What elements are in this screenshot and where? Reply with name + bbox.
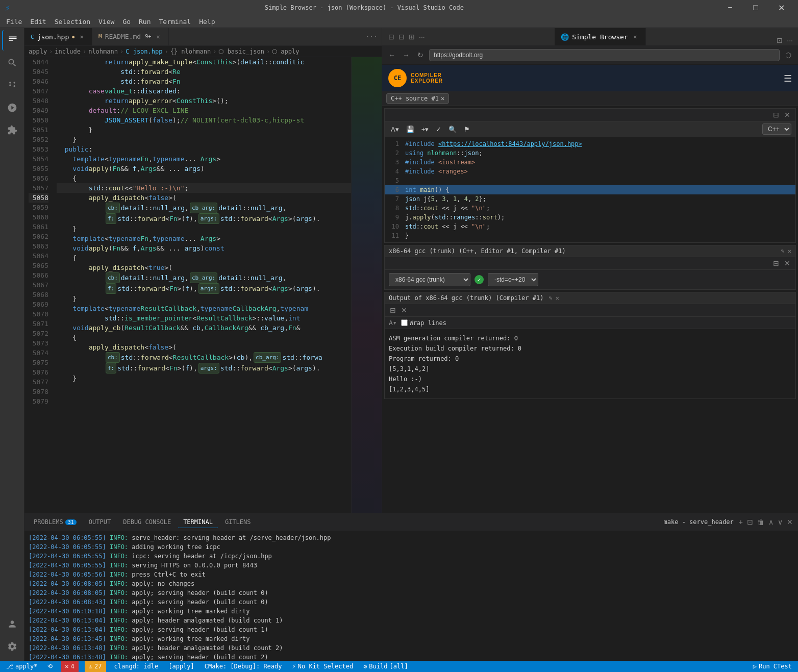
code-line: return apply_make_tuple<ConstThis>(detai… (57, 57, 351, 67)
menu-terminal[interactable]: Terminal (155, 17, 195, 27)
terminal-tab-problems[interactable]: PROBLEMS31 (29, 516, 82, 528)
menu-selection[interactable]: Selection (51, 17, 94, 27)
browser-panel-right-btn[interactable]: ⊟ (397, 32, 406, 42)
status-run-ctest[interactable]: ▷ Run CTest (751, 663, 794, 670)
ce-font-btn[interactable]: A▾ (389, 125, 401, 134)
title-bar-left: ⚡ (5, 3, 10, 13)
ce-wrap-lines-checkbox[interactable] (401, 319, 408, 326)
ce-std-select[interactable]: -std=c++20 (488, 273, 538, 286)
breadcrumb-nlohmann[interactable]: nlohmann (88, 48, 118, 55)
browser-forward-button[interactable]: → (401, 49, 412, 61)
ce-source-tab-close[interactable]: ✕ (441, 95, 444, 102)
terminal-up-btn[interactable]: ∧ (767, 517, 775, 527)
tab-json-hpp[interactable]: C json.hpp ● ✕ (24, 28, 92, 45)
ce-search-btn[interactable]: 🔍 (446, 125, 459, 134)
browser-tab-simple[interactable]: 🌐 Simple Browser ✕ (555, 28, 646, 45)
browser-panel-split-btn[interactable]: ⊡ (776, 35, 784, 45)
url-input[interactable] (429, 49, 780, 61)
window-controls: − □ ✕ (718, 0, 793, 15)
build-all-label: [all] (389, 663, 408, 670)
breadcrumb-basic-json[interactable]: ⬡ basic_json (218, 48, 264, 55)
status-sync[interactable]: ⟲ (45, 663, 55, 670)
terminal-tab-gitlens[interactable]: GITLENS (220, 516, 256, 528)
ce-share-btn[interactable]: ⚑ (462, 125, 472, 134)
terminal-trash-btn[interactable]: 🗑 (756, 517, 765, 527)
browser-tab-bar: ⊟ ⊟ ⊞ ··· 🌐 Simple Browser ✕ ⊡ ··· (382, 28, 798, 46)
activity-account[interactable] (2, 614, 22, 634)
ce-compiler-name-select[interactable]: x86-64 gcc (trunk) (389, 273, 470, 286)
breadcrumb-jsonhpp[interactable]: C json.hpp (126, 48, 162, 55)
tab-readme[interactable]: M README.md 9+ ✕ (92, 28, 169, 45)
ce-include-link[interactable]: <https://localhost:8443/apply/json.hpp> (438, 140, 582, 147)
editor-tab-bar: C json.hpp ● ✕ M README.md 9+ ✕ ··· (24, 28, 382, 46)
menu-run[interactable]: Run (135, 17, 155, 27)
status-branch[interactable]: ⎇ apply* (4, 663, 39, 670)
browser-tab-close[interactable]: ✕ (631, 33, 639, 41)
activity-debug[interactable] (2, 97, 22, 118)
status-build[interactable]: ⚙ Build [all] (361, 663, 410, 670)
ce-compiler-close-btn[interactable]: ✕ (788, 247, 791, 255)
status-errors[interactable]: ✕ 4 (61, 661, 78, 672)
minimize-button[interactable]: − (718, 0, 742, 15)
ce-editor-close-btn[interactable]: ✕ (783, 110, 791, 120)
browser-panel-more-btn[interactable]: ··· (418, 32, 426, 42)
maximize-button[interactable]: □ (744, 0, 767, 15)
terminal-content[interactable]: [2022-04-30 06:05:55] INFO: serve_header… (24, 531, 798, 661)
ce-output-expand-btn[interactable]: ⊟ (389, 305, 397, 315)
terminal-add-btn[interactable]: + (738, 517, 744, 527)
menu-file[interactable]: File (2, 17, 26, 27)
ce-hamburger-icon[interactable]: ☰ (784, 73, 792, 84)
ce-output-close-icon-btn[interactable]: ✕ (400, 305, 408, 315)
ce-output-edit-icon[interactable]: ✎ (548, 294, 552, 302)
browser-panel-grid-btn[interactable]: ⊞ (408, 32, 416, 42)
status-kit[interactable]: ⚡ No Kit Selected (290, 663, 356, 670)
breadcrumb-ns[interactable]: {} nlohmann (170, 48, 211, 55)
ce-output-font-btn[interactable]: A▾ (389, 319, 397, 327)
ce-compiler-edit-icon[interactable]: ✎ (781, 247, 785, 255)
browser-panel-menu-btn[interactable]: ··· (786, 35, 794, 45)
browser-tab-label: Simple Browser (572, 33, 628, 41)
ce-output-close-btn[interactable]: ✕ (556, 294, 559, 302)
ce-code-area[interactable]: 1 #include <https://localhost:8443/apply… (385, 137, 795, 242)
tab-close-readme[interactable]: ✕ (154, 33, 162, 41)
activity-extensions[interactable] (2, 120, 22, 140)
browser-refresh-button[interactable]: ↻ (415, 49, 426, 61)
ce-save-btn[interactable]: 💾 (404, 125, 416, 134)
ce-check-btn[interactable]: ✓ (434, 125, 443, 134)
close-button[interactable]: ✕ (769, 0, 793, 15)
tab-more-button[interactable]: ··· (362, 28, 382, 45)
terminal-split-btn[interactable]: ⊡ (746, 517, 754, 527)
terminal-close-btn[interactable]: ✕ (786, 517, 794, 527)
terminal-down-btn[interactable]: ∨ (777, 517, 784, 527)
browser-panel-left-btn[interactable]: ⊟ (387, 32, 395, 42)
ce-language-select[interactable]: C++ (762, 123, 791, 135)
ce-compiler-close-icon-btn[interactable]: ✕ (783, 258, 791, 268)
tab-close-json[interactable]: ✕ (78, 33, 86, 41)
terminal-tab-output[interactable]: OUTPUT (84, 516, 116, 528)
activity-source-control[interactable] (2, 75, 22, 95)
status-cmake-status[interactable]: CMake: [Debug]: Ready (203, 663, 284, 670)
browser-back-button[interactable]: ← (386, 49, 397, 61)
ce-wrap-lines-label[interactable]: Wrap lines (401, 319, 446, 327)
status-cmake-apply[interactable]: [apply] (166, 663, 196, 670)
status-lsp[interactable]: clangd: idle (112, 663, 161, 670)
menu-edit[interactable]: Edit (26, 17, 50, 27)
menu-go[interactable]: Go (118, 17, 135, 27)
ce-editor-expand-btn[interactable]: ⊟ (772, 110, 780, 120)
menu-view[interactable]: View (94, 17, 118, 27)
ce-source-tab[interactable]: C++ source #1 ✕ (386, 93, 449, 104)
activity-search[interactable] (2, 53, 22, 73)
breadcrumb-include[interactable]: include (55, 48, 81, 55)
activity-explorer[interactable] (2, 30, 22, 51)
breadcrumb-apply-fn[interactable]: ⬡ apply (272, 48, 299, 55)
status-warnings[interactable]: ⚠ 27 (85, 661, 106, 672)
ce-compiler-expand-btn[interactable]: ⊟ (772, 258, 780, 268)
activity-settings[interactable] (2, 636, 22, 657)
browser-open-external-button[interactable]: ⬡ (783, 49, 794, 61)
code-content[interactable]: return apply_make_tuple<ConstThis>(detai… (53, 57, 351, 513)
ce-add-btn[interactable]: +▾ (419, 125, 431, 134)
breadcrumb-apply[interactable]: apply (29, 48, 47, 55)
terminal-tab-debug[interactable]: DEBUG CONSOLE (118, 516, 176, 528)
terminal-tab-terminal[interactable]: TERMINAL (178, 516, 218, 528)
menu-help[interactable]: Help (195, 17, 219, 27)
